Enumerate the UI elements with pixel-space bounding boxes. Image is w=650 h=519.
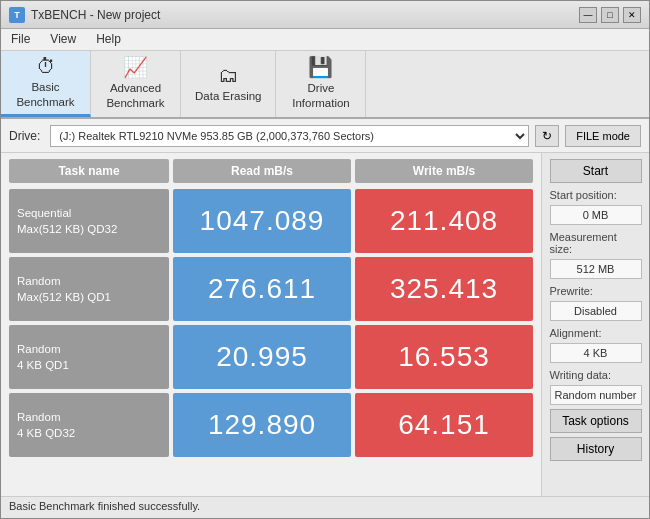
read-value-0: 1047.089 [173,189,351,253]
title-bar-left: T TxBENCH - New project [9,7,160,23]
app-window: T TxBENCH - New project — □ ✕ File View … [0,0,650,519]
status-text: Basic Benchmark finished successfully. [9,500,200,512]
bench-row-0: SequentialMax(512 KB) QD32 1047.089 211.… [9,189,533,253]
title-controls: — □ ✕ [579,7,641,23]
drive-information-icon: 💾 [308,57,333,77]
maximize-button[interactable]: □ [601,7,619,23]
read-value-3: 129.890 [173,393,351,457]
col-task-name: Task name [9,159,169,183]
drive-label: Drive: [9,129,40,143]
task-name-2: Random4 KB QD1 [9,325,169,389]
table-area: Task name Read mB/s Write mB/s Sequentia… [1,153,541,496]
advanced-benchmark-label: AdvancedBenchmark [106,81,164,111]
menu-file[interactable]: File [7,31,34,48]
right-sidebar: Start Start position: 0 MB Measurement s… [541,153,649,496]
main-content: Task name Read mB/s Write mB/s Sequentia… [1,153,649,496]
toolbar: ⏱ BasicBenchmark 📈 AdvancedBenchmark 🗂 D… [1,51,649,119]
status-bar: Basic Benchmark finished successfully. [1,496,649,518]
tab-data-erasing[interactable]: 🗂 Data Erasing [181,51,276,117]
start-position-value: 0 MB [550,205,642,225]
tab-advanced-benchmark[interactable]: 📈 AdvancedBenchmark [91,51,181,117]
table-header: Task name Read mB/s Write mB/s [9,159,533,183]
menu-help[interactable]: Help [92,31,125,48]
window-title: TxBENCH - New project [31,8,160,22]
task-name-0: SequentialMax(512 KB) QD32 [9,189,169,253]
tab-basic-benchmark[interactable]: ⏱ BasicBenchmark [1,51,91,117]
write-value-2: 16.553 [355,325,533,389]
app-icon: T [9,7,25,23]
bench-row-2: Random4 KB QD1 20.995 16.553 [9,325,533,389]
drive-row: Drive: (J:) Realtek RTL9210 NVMe 953.85 … [1,119,649,153]
close-button[interactable]: ✕ [623,7,641,23]
alignment-label: Alignment: [550,327,642,339]
prewrite-label: Prewrite: [550,285,642,297]
measurement-size-value: 512 MB [550,259,642,279]
col-write: Write mB/s [355,159,533,183]
history-button[interactable]: History [550,437,642,461]
write-value-0: 211.408 [355,189,533,253]
title-bar: T TxBENCH - New project — □ ✕ [1,1,649,29]
read-value-2: 20.995 [173,325,351,389]
start-position-label: Start position: [550,189,642,201]
drive-select[interactable]: (J:) Realtek RTL9210 NVMe 953.85 GB (2,0… [50,125,529,147]
write-value-3: 64.151 [355,393,533,457]
task-options-button[interactable]: Task options [550,409,642,433]
advanced-benchmark-icon: 📈 [123,57,148,77]
minimize-button[interactable]: — [579,7,597,23]
basic-benchmark-icon: ⏱ [36,56,56,76]
write-value-1: 325.413 [355,257,533,321]
bench-row-3: Random4 KB QD32 129.890 64.151 [9,393,533,457]
file-mode-button[interactable]: FILE mode [565,125,641,147]
start-button[interactable]: Start [550,159,642,183]
basic-benchmark-label: BasicBenchmark [16,80,74,110]
menu-bar: File View Help [1,29,649,51]
alignment-value: 4 KB [550,343,642,363]
bench-row-1: RandomMax(512 KB) QD1 276.611 325.413 [9,257,533,321]
read-value-1: 276.611 [173,257,351,321]
tab-drive-information[interactable]: 💾 DriveInformation [276,51,366,117]
measurement-size-label: Measurement size: [550,231,642,255]
drive-information-label: DriveInformation [292,81,350,111]
prewrite-value: Disabled [550,301,642,321]
writing-data-value: Random number [550,385,642,405]
drive-refresh-button[interactable]: ↻ [535,125,559,147]
data-erasing-icon: 🗂 [218,65,238,85]
data-erasing-label: Data Erasing [195,89,261,104]
writing-data-label: Writing data: [550,369,642,381]
task-name-1: RandomMax(512 KB) QD1 [9,257,169,321]
task-name-3: Random4 KB QD32 [9,393,169,457]
menu-view[interactable]: View [46,31,80,48]
col-read: Read mB/s [173,159,351,183]
